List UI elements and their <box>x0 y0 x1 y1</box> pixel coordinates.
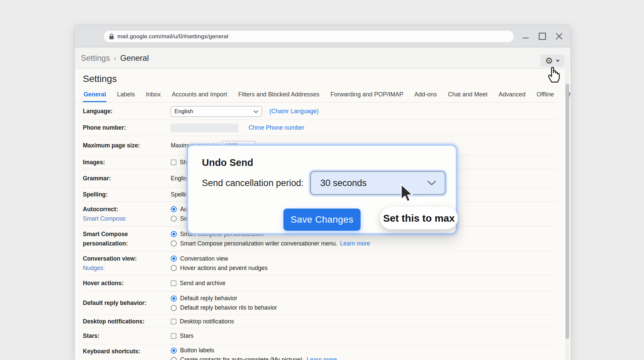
row-label: Maximum page size: <box>83 142 171 149</box>
row-label: Spelling: <box>83 191 171 198</box>
cancellation-period-dropdown[interactable]: 30 seconds <box>310 171 445 195</box>
minimize-button[interactable] <box>522 32 530 40</box>
keyboard-shortcuts-learn-more-link[interactable]: Learn more <box>307 356 337 360</box>
page-title: Settings <box>83 74 117 84</box>
tab-accounts-and-import[interactable]: Accounts and Import <box>172 91 227 102</box>
row-label: Autocorrect: <box>83 206 171 213</box>
smart-compose-personalization-radio-1[interactable] <box>171 240 177 246</box>
row-labels-autocorrect: Autocorrect:Smart Compose: <box>83 202 171 226</box>
row-line: Stars <box>171 332 557 340</box>
default-reply-behavior-radio-1[interactable] <box>171 305 177 311</box>
cursor-arrow-icon <box>400 184 413 203</box>
close-button[interactable] <box>555 32 563 40</box>
row-label[interactable]: Smart Compose: <box>83 215 171 223</box>
row-labels-desktop-notifications: Desktop notifications: <box>83 315 171 328</box>
phone-number-link[interactable]: Chme Phone number <box>249 124 304 131</box>
save-changes-button[interactable]: Save Changes <box>283 209 361 231</box>
radio-label: Default reply behavior rils to behavior <box>180 304 277 311</box>
breadcrumb-general: General <box>120 53 149 63</box>
row-labels-conversation-view: Conversation view:Nudges: <box>83 252 171 275</box>
address-bar[interactable]: mail.google.com/mail/u/0/#settings/gener… <box>103 30 514 43</box>
radio-option: Default reply behavior rils to behavior <box>171 304 557 311</box>
autocorrect-radio-0[interactable] <box>171 206 177 212</box>
checkbox-label: Stars <box>180 332 194 340</box>
smart-compose-personalization-radio-0[interactable] <box>171 231 177 237</box>
grammar-text: Englisl <box>171 175 188 182</box>
images-checkbox[interactable] <box>171 160 176 165</box>
language-link[interactable]: (Chamr Language) <box>269 108 319 115</box>
autocorrect-radio-1[interactable] <box>171 216 177 222</box>
cancellation-period-value: 30 seconds <box>320 178 367 188</box>
radio-option: Button labels <box>171 347 557 354</box>
scrollbar-thumb[interactable] <box>566 84 569 339</box>
row-labels-hover-actions: Hover actions: <box>83 275 171 291</box>
dialog-title: Undo Send <box>202 157 253 168</box>
tab-chat-and-meet[interactable]: Chat and Meet <box>448 91 488 102</box>
row-label: Desktop notifications: <box>83 318 171 325</box>
checkbox-label: Send and archive <box>180 280 225 287</box>
tab-forwarding-and-pop-imap[interactable]: Forwarding and POP/IMAP <box>330 91 403 102</box>
row-label: Stars: <box>83 332 171 340</box>
conversation-view-radio-0[interactable] <box>171 256 177 262</box>
phone-number-field[interactable] <box>171 124 238 132</box>
row-labels-stars: Stars: <box>83 328 171 344</box>
settings-row-language: Language:English(Chamr Language) <box>83 103 557 120</box>
row-label: Hover actions: <box>83 279 171 287</box>
row-content-default-reply-behavior: Default reply behaviorDefault reply beha… <box>171 291 557 315</box>
tab-advanced[interactable]: Advanced <box>499 91 526 102</box>
tab-labels[interactable]: Labels <box>117 91 135 102</box>
row-label: Default reply behavior: <box>83 299 171 307</box>
breadcrumb-bar: Settings › General ⚙ <box>75 47 571 69</box>
row-labels-grammar: Grammar: <box>83 169 171 187</box>
tab-offline[interactable]: Offline <box>537 91 554 102</box>
radio-label: Hover actions and pevent nudges <box>180 265 268 272</box>
breadcrumb-separator: › <box>114 54 116 62</box>
row-content-stars: Stars <box>171 328 557 344</box>
maximize-button[interactable] <box>538 32 546 40</box>
breadcrumb-settings[interactable]: Settings <box>81 53 110 63</box>
radio-label: Create contacts for auto-complete (My pi… <box>180 356 304 360</box>
default-reply-behavior-radio-0[interactable] <box>171 296 177 302</box>
row-labels-phone-number: Phone number: <box>83 120 171 136</box>
row-labels-smart-compose-personalization: Smart Composepersonalization: <box>83 226 171 251</box>
smart-compose-personalization-learn-more-link[interactable]: Learn more <box>340 240 370 247</box>
radio-option: Default reply behavior <box>171 295 557 302</box>
settings-row-desktop-notifications: Desktop notifications:Desktop notificati… <box>83 315 557 328</box>
desktop-notifications-checkbox[interactable] <box>171 319 176 324</box>
hover-actions-checkbox[interactable] <box>171 280 176 286</box>
row-labels-default-reply-behavior: Default reply behavior: <box>83 291 171 315</box>
tab-inbox[interactable]: Inbox <box>146 91 161 102</box>
checkbox-label: Desktop notifications <box>180 318 234 325</box>
conversation-view-radio-1[interactable] <box>171 265 177 271</box>
row-line: Send and archive <box>171 280 557 287</box>
tab-general[interactable]: General <box>84 91 106 102</box>
chevron-down-icon <box>427 180 436 186</box>
row-content-phone-number: Chme Phone number <box>171 120 557 136</box>
caret-down-icon <box>556 60 560 62</box>
row-labels-images: Images: <box>83 155 171 169</box>
settings-row-phone-number: Phone number:Chme Phone number <box>83 120 557 136</box>
cursor-hand-icon <box>545 64 563 83</box>
settings-row-keyboard-shortcuts: Keyboard shortcuts:Button labelsCreate c… <box>83 344 557 360</box>
tab-add-ons[interactable]: Add-ons <box>414 91 437 102</box>
keyboard-shortcuts-radio-0[interactable] <box>171 348 177 354</box>
row-content-conversation-view: Conversation viewHover actions and peven… <box>171 252 557 275</box>
settings-row-hover-actions: Hover actions:Send and archive <box>83 275 557 291</box>
keyboard-shortcuts-radio-1[interactable] <box>171 357 177 360</box>
radio-label: Button labels <box>180 347 214 354</box>
row-label: Language: <box>83 107 171 115</box>
settings-row-default-reply-behavior: Default reply behavior:Default reply beh… <box>83 291 557 315</box>
callout-bubble: Set this to max <box>380 207 458 229</box>
row-content-keyboard-shortcuts: Button labelsCreate contacts for auto-co… <box>171 344 557 360</box>
row-label: Keyboard shortcuts: <box>83 348 171 355</box>
browser-chrome: mail.google.com/mail/u/0/#settings/gener… <box>75 25 571 47</box>
chevron-down-icon <box>254 108 258 115</box>
stars-checkbox[interactable] <box>171 333 176 339</box>
settings-tabs: GeneralLabelsInboxAccounts and ImportFil… <box>84 91 550 102</box>
language-select[interactable]: English <box>171 106 262 117</box>
window-controls <box>522 25 563 47</box>
tab-filters-and-blocked-addresses[interactable]: Filters and Blocked Addresses <box>238 91 319 102</box>
row-label[interactable]: Nudges: <box>83 264 171 272</box>
url-text: mail.google.com/mail/u/0/#settings/gener… <box>117 33 228 40</box>
row-content-language: English(Chamr Language) <box>171 103 557 120</box>
